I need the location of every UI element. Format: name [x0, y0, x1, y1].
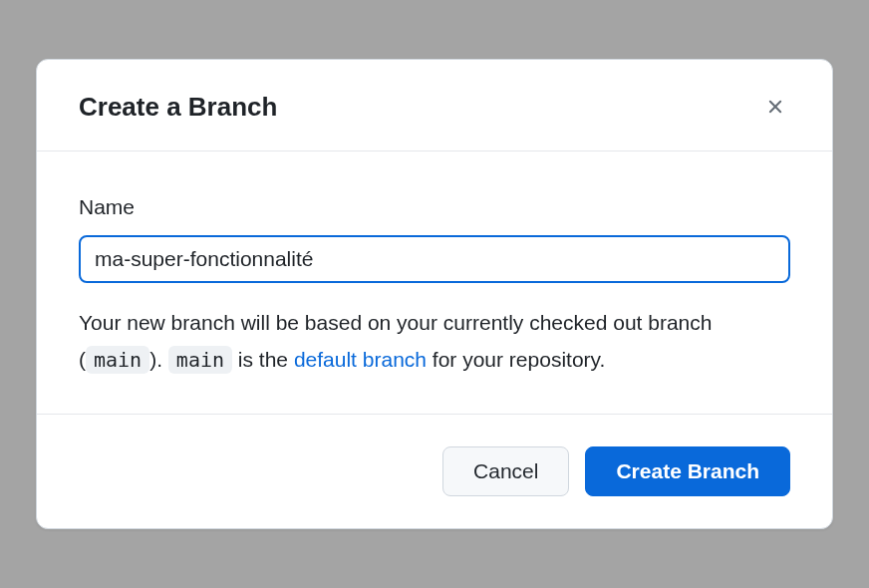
branch-code: main: [168, 346, 232, 374]
close-icon: [764, 96, 786, 118]
branch-name-input[interactable]: [79, 235, 790, 283]
dialog-body: Name Your new branch will be based on yo…: [37, 151, 832, 416]
default-branch-link[interactable]: default branch: [294, 348, 427, 371]
close-button[interactable]: [760, 92, 790, 122]
cancel-button[interactable]: Cancel: [442, 446, 569, 496]
help-text-suffix: for your repository.: [427, 348, 605, 371]
dialog-header: Create a Branch: [37, 60, 832, 151]
help-text-mid2: is the: [232, 348, 294, 371]
create-branch-dialog: Create a Branch Name Your new branch wil…: [36, 59, 833, 530]
name-label: Name: [79, 195, 790, 219]
dialog-title: Create a Branch: [79, 92, 277, 123]
create-branch-button[interactable]: Create Branch: [585, 446, 790, 496]
help-text-mid1: ).: [149, 348, 168, 371]
dialog-footer: Cancel Create Branch: [37, 415, 832, 528]
branch-code: main: [86, 346, 149, 374]
help-text: Your new branch will be based on your cu…: [79, 305, 790, 379]
